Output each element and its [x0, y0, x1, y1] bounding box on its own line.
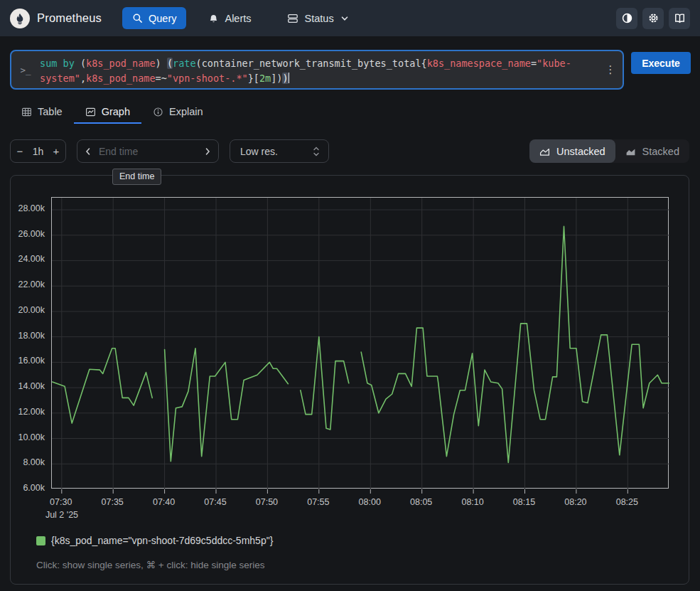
stacked-option[interactable]: Stacked [615, 139, 689, 163]
tab-label: Explain [169, 106, 203, 117]
docs-button[interactable] [669, 8, 690, 29]
legend-hint-text: Click: show single series, ⌘ + click: hi… [36, 559, 265, 570]
x-axis-tick-label: 08:10 [451, 497, 494, 507]
nav-item-label: Alerts [225, 13, 251, 24]
range-decrease-button[interactable]: − [11, 145, 29, 157]
resolution-select[interactable]: Low res. [230, 139, 329, 163]
range-value[interactable]: 1h [29, 146, 47, 157]
legend-item[interactable]: {k8s_pod_name="vpn-shoot-7d69c5ddcc-5mh5… [36, 535, 273, 546]
chevron-down-icon [340, 14, 349, 23]
x-axis-tick-label: 08:05 [400, 497, 443, 507]
navbar: Prometheus Query Alerts Status [0, 0, 700, 36]
unstacked-option[interactable]: Unstacked [529, 139, 615, 163]
range-increase-button[interactable]: + [47, 145, 65, 157]
y-axis-tick-label: 14.00k [11, 381, 45, 391]
x-axis-tick-label: 07:40 [143, 497, 185, 507]
x-axis-tick-label: 08:25 [605, 497, 648, 507]
nav-item-status[interactable]: Status [283, 7, 353, 29]
legend-series-label: {k8s_pod_name="vpn-shoot-7d69c5ddcc-5mh5… [51, 535, 273, 546]
chart-svg [52, 198, 669, 489]
query-menu-kebab-icon[interactable]: ⋮ [598, 51, 623, 88]
nav-item-label: Query [149, 13, 177, 24]
book-icon [674, 12, 686, 24]
y-axis-tick-label: 6.00k [11, 483, 45, 493]
endtime-forward-button[interactable] [197, 147, 218, 156]
contrast-icon [621, 12, 633, 24]
resolution-value: Low res. [230, 146, 313, 157]
nav-item-query[interactable]: Query [122, 7, 187, 29]
app-title: Prometheus [37, 11, 102, 25]
navbar-actions [616, 8, 690, 29]
search-icon [132, 13, 143, 23]
result-tabs: Table Graph Explain [10, 101, 215, 124]
tab-graph[interactable]: Graph [74, 101, 141, 124]
x-axis-tick-label: 07:45 [194, 497, 237, 507]
x-axis-tick-label: 07:55 [297, 497, 340, 507]
segment-label: Unstacked [556, 146, 605, 157]
tab-label: Table [38, 106, 63, 117]
segment-label: Stacked [642, 146, 679, 157]
stacked-chart-icon [625, 147, 636, 156]
y-axis-tick-label: 24.00k [11, 254, 45, 264]
range-selector: − 1h + [10, 139, 66, 163]
graph-controls: − 1h + End time Low res. Unstacked Stac [10, 139, 689, 163]
y-axis-tick-label: 18.00k [11, 331, 45, 341]
unstacked-chart-icon [539, 147, 550, 156]
y-axis-tick-label: 12.00k [11, 407, 45, 417]
nav-item-label: Status [305, 13, 334, 24]
prompt-icon: >_ [11, 51, 40, 88]
y-axis-tick-label: 20.00k [11, 305, 45, 315]
endtime-input[interactable]: End time [99, 146, 197, 157]
y-axis-tick-label: 16.00k [11, 356, 45, 366]
y-axis-tick-label: 28.00k [11, 203, 45, 213]
select-chevrons-icon [313, 146, 328, 157]
theme-toggle-button[interactable] [616, 8, 637, 29]
x-axis-tick-label: 08:00 [348, 497, 391, 507]
gear-icon [647, 12, 659, 24]
prometheus-logo-icon [10, 9, 30, 28]
x-axis-tick-label: 07:35 [91, 497, 134, 507]
tab-explain[interactable]: Explain [141, 101, 215, 124]
x-axis-tick-label: 08:20 [554, 497, 597, 507]
tab-table[interactable]: Table [10, 101, 74, 124]
endtime-picker: End time [77, 139, 219, 163]
x-axis-date-label: Jul 2 '25 [41, 510, 83, 520]
chart-plot-area[interactable] [51, 197, 669, 489]
settings-button[interactable] [642, 8, 664, 29]
bell-icon [208, 13, 219, 24]
y-axis-tick-label: 10.00k [11, 432, 45, 442]
legend-swatch [36, 536, 45, 545]
table-icon [21, 107, 32, 117]
info-icon [153, 107, 163, 117]
y-axis-tick-label: 8.00k [11, 457, 45, 467]
tab-label: Graph [102, 106, 130, 117]
promql-code[interactable]: sum by (k8s_pod_name) (rate(container_ne… [40, 51, 598, 88]
graph-icon [85, 107, 96, 117]
y-axis-tick-label: 22.00k [11, 279, 45, 289]
x-axis-tick-label: 07:50 [245, 497, 288, 507]
graph-panel: 6.00k8.00k10.00k12.00k14.00k16.00k18.00k… [10, 175, 689, 585]
nav-item-alerts[interactable]: Alerts [204, 7, 255, 29]
query-expression-input[interactable]: >_ sum by (k8s_pod_name) (rate(container… [10, 50, 624, 90]
x-axis-tick-label: 08:15 [503, 497, 546, 507]
endtime-tooltip: End time [112, 169, 161, 185]
endtime-back-button[interactable] [77, 147, 99, 156]
x-axis-tick-label: 07:30 [40, 497, 82, 507]
stacking-toggle: Unstacked Stacked [529, 139, 689, 163]
y-axis-tick-label: 26.00k [11, 229, 45, 239]
execute-button[interactable]: Execute [631, 52, 691, 74]
server-stack-icon [287, 13, 298, 24]
